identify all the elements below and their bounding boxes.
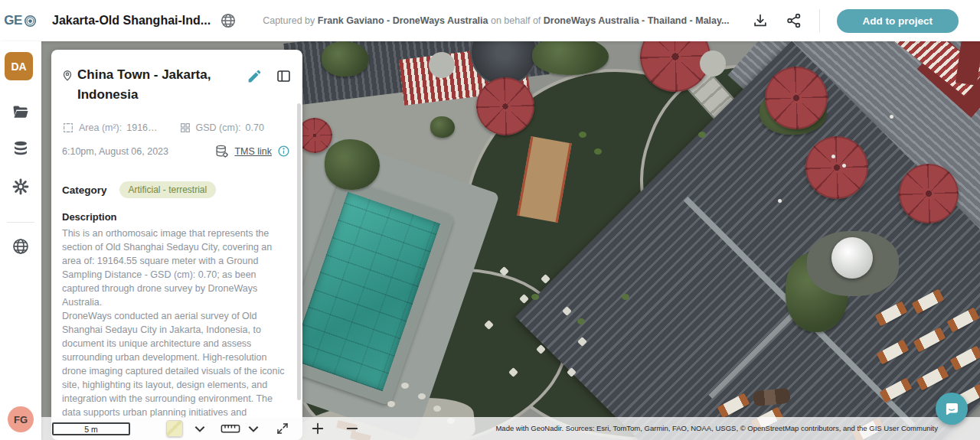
location-title: China Town - Jakarta, Indonesia xyxy=(77,65,234,105)
map-tree xyxy=(430,116,455,138)
map-round-table xyxy=(429,52,455,78)
map-attribution: Made with GeoNadir. Sources: Esri, TomTo… xyxy=(495,424,938,432)
collapse-panel-icon[interactable] xyxy=(276,68,292,84)
map-bottom-bar: 5 m Made with GeoNadir. Sources: Esri, T… xyxy=(0,417,980,440)
map-person xyxy=(890,115,893,119)
map-umbrella xyxy=(476,77,534,135)
share-icon[interactable] xyxy=(786,12,802,29)
description-text: This is an orthomosaic image that repres… xyxy=(62,227,286,419)
org-avatar[interactable]: DA xyxy=(5,52,33,80)
map-person xyxy=(778,199,782,203)
panel-scrollbar[interactable] xyxy=(297,103,301,400)
map-tree xyxy=(322,41,369,77)
chat-launcher-button[interactable] xyxy=(936,393,968,425)
gsd-value: 0.70 xyxy=(246,122,264,133)
logo-text: GE xyxy=(4,13,22,28)
map-tree xyxy=(532,41,609,75)
map-lilypad xyxy=(698,132,706,138)
map-lilypad xyxy=(577,318,585,324)
map-lilypad xyxy=(594,148,602,155)
map-rock xyxy=(401,383,409,389)
captured-by-text: Captured by Frank Gaviano - DroneWays Au… xyxy=(263,15,729,26)
top-actions: Add to project xyxy=(752,9,980,33)
location-pin-icon xyxy=(60,68,74,82)
chat-bubble-icon xyxy=(944,401,959,416)
dataset-info-panel: China Town - Jakarta, Indonesia Area (m²… xyxy=(51,50,302,440)
on-behalf-prefix: on behalf of xyxy=(491,15,541,26)
map-lilypad xyxy=(622,294,629,300)
settings-gear-icon[interactable] xyxy=(11,178,30,196)
map-rock xyxy=(418,393,426,399)
captured-by-name: Frank Gaviano - DroneWays Australia xyxy=(318,15,488,26)
map-round-table xyxy=(700,51,726,77)
zoom-in-icon[interactable] xyxy=(311,422,325,435)
map-umbrella xyxy=(899,164,959,223)
top-bar: GE Jakarta-Old Shanghai-Ind... Captured … xyxy=(0,0,980,41)
tms-group: TMS link xyxy=(214,144,290,158)
area-icon xyxy=(62,122,74,134)
panel-tools xyxy=(247,68,292,105)
map-dome xyxy=(831,237,873,279)
logo-target-icon xyxy=(23,14,38,28)
map-lilypad xyxy=(579,132,586,138)
captured-prefix: Captured by xyxy=(263,15,315,26)
map-person xyxy=(831,155,835,158)
ruler-measure-icon[interactable] xyxy=(220,422,240,435)
category-badge: Artificial - terrestrial xyxy=(119,181,217,198)
description-section: Description This is an orthomosaic image… xyxy=(62,211,290,419)
map-lilypad xyxy=(531,294,539,300)
divider xyxy=(819,9,820,32)
map-person xyxy=(842,164,846,168)
tms-link[interactable]: TMS link xyxy=(234,146,272,157)
area-value: 1916… xyxy=(126,122,157,133)
map-scale-bar: 5 m xyxy=(52,422,130,435)
capture-datetime: 6:10pm, August 06, 2023 xyxy=(62,146,168,157)
left-sidebar: DA FG xyxy=(0,41,41,440)
info-icon[interactable] xyxy=(277,145,290,158)
description-label: Description xyxy=(62,211,290,223)
app-window: GE Jakarta-Old Shanghai-Ind... Captured … xyxy=(0,0,980,440)
datasets-icon[interactable] xyxy=(11,139,30,158)
globe-icon[interactable] xyxy=(220,12,237,29)
panel-header: China Town - Jakarta, Indonesia xyxy=(51,50,302,105)
category-label: Category xyxy=(62,184,107,196)
map-umbrella xyxy=(805,136,868,199)
category-row: Category Artificial - terrestrial xyxy=(62,181,290,198)
dataset-title: Jakarta-Old Shanghai-Ind... xyxy=(52,14,211,28)
user-avatar[interactable]: FG xyxy=(8,406,34,432)
fullscreen-icon[interactable] xyxy=(276,422,289,435)
download-icon[interactable] xyxy=(752,12,769,29)
edit-pencil-icon[interactable] xyxy=(247,68,263,84)
zoom-out-icon[interactable] xyxy=(345,422,359,435)
gsd-group: GSD (cm): 0.70 xyxy=(179,122,264,134)
chevron-down-icon[interactable] xyxy=(247,422,260,435)
basemap-layer-thumbnail[interactable] xyxy=(166,420,183,437)
chevron-down-icon[interactable] xyxy=(193,422,207,435)
add-to-project-button[interactable]: Add to project xyxy=(837,9,959,33)
map-rock xyxy=(433,406,441,412)
dataset-stats: Area (m²): 1916… GSD (cm): 0.70 6:10pm, … xyxy=(62,122,290,158)
map-tree xyxy=(325,139,380,190)
gsd-grid-icon xyxy=(179,122,191,134)
on-behalf-of-name: DroneWays Australia - Thailand - Malay..… xyxy=(544,15,730,26)
geonadir-logo[interactable]: GE xyxy=(0,13,41,28)
area-label: Area (m²): xyxy=(79,122,122,133)
map-rock xyxy=(387,401,395,407)
folder-icon[interactable] xyxy=(11,103,30,121)
gsd-label: GSD (cm): xyxy=(196,122,241,133)
tms-database-icon xyxy=(214,144,229,158)
divider xyxy=(7,222,34,223)
globe-icon[interactable] xyxy=(11,237,30,256)
map-umbrella xyxy=(765,67,828,129)
